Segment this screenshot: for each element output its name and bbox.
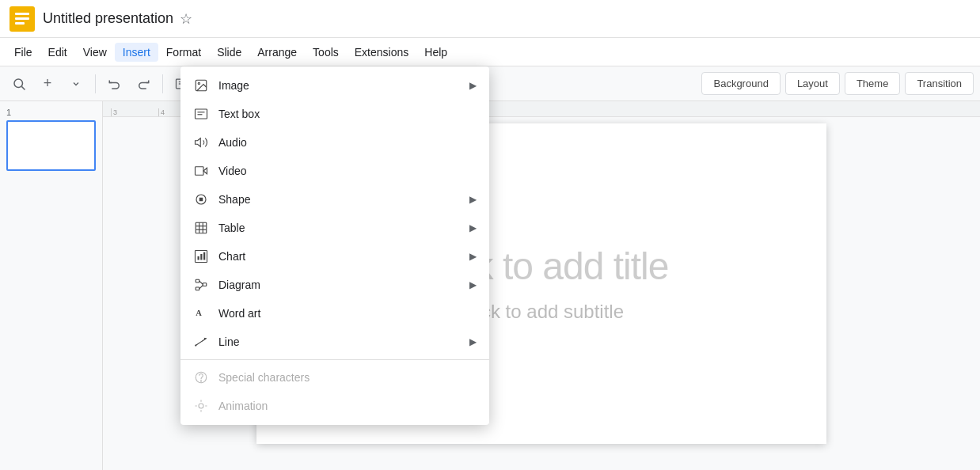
svg-line-31 — [199, 286, 203, 289]
shape-arrow-icon: ▶ — [469, 194, 477, 205]
insert-textbox-label: Text box — [218, 108, 477, 120]
line-icon — [193, 334, 209, 350]
svg-marker-14 — [196, 138, 201, 147]
slide-panel: 1 — [0, 101, 103, 470]
svg-rect-28 — [196, 287, 199, 290]
presentation-title[interactable]: Untitled presentation — [43, 10, 173, 27]
search-button[interactable] — [6, 71, 32, 97]
svg-point-38 — [199, 404, 203, 408]
background-button[interactable]: Background — [701, 72, 780, 95]
insert-menu-image[interactable]: Image ▶ — [180, 71, 489, 100]
undo-button[interactable] — [102, 71, 127, 97]
menu-extensions[interactable]: Extensions — [347, 43, 416, 62]
star-icon[interactable]: ☆ — [180, 10, 192, 28]
shape-icon — [193, 191, 209, 207]
svg-point-4 — [14, 79, 23, 88]
insert-chart-label: Chart — [218, 250, 469, 263]
menu-help[interactable]: Help — [416, 43, 455, 62]
svg-rect-27 — [196, 279, 199, 282]
line-arrow-icon: ▶ — [469, 336, 477, 347]
menu-slide[interactable]: Slide — [209, 43, 249, 62]
svg-rect-25 — [200, 254, 202, 260]
video-icon — [193, 163, 209, 179]
insert-menu-audio[interactable]: Audio — [180, 128, 489, 157]
insert-menu-special-chars[interactable]: Special characters — [180, 363, 489, 392]
svg-rect-3 — [15, 22, 25, 25]
insert-image-label: Image — [218, 79, 469, 92]
slide-number: 1 — [6, 108, 96, 117]
menu-insert[interactable]: Insert — [115, 43, 158, 62]
app-logo — [9, 6, 35, 32]
svg-point-37 — [200, 381, 201, 381]
menu-view[interactable]: View — [75, 43, 115, 62]
insert-special-chars-label: Special characters — [218, 371, 477, 384]
redo-icon — [136, 77, 150, 91]
menu-arrange[interactable]: Arrange — [249, 43, 305, 62]
chevron-down-icon — [71, 79, 81, 89]
menu-bar: File Edit View Insert Format Slide Arran… — [0, 38, 980, 66]
toolbar-right: Background Layout Theme Transition — [701, 72, 974, 95]
diagram-icon — [193, 277, 209, 293]
insert-dropdown-menu: Image ▶ Text box Audio — [180, 66, 489, 425]
insert-menu-line[interactable]: Line ▶ — [180, 328, 489, 356]
svg-line-5 — [21, 86, 25, 89]
image-icon — [193, 78, 209, 93]
ruler-mark-3: 3 — [111, 108, 158, 116]
svg-rect-2 — [15, 17, 29, 20]
diagram-arrow-icon: ▶ — [469, 279, 477, 290]
title-bar: Untitled presentation ☆ — [0, 0, 980, 38]
insert-menu-textbox[interactable]: Text box — [180, 100, 489, 128]
insert-line-label: Line — [218, 335, 469, 348]
menu-divider — [180, 359, 489, 360]
redo-button[interactable] — [131, 71, 156, 97]
insert-shape-label: Shape — [218, 193, 469, 206]
svg-marker-16 — [203, 168, 207, 174]
divider-1 — [95, 74, 96, 93]
svg-rect-26 — [203, 252, 205, 260]
insert-menu-shape[interactable]: Shape ▶ — [180, 185, 489, 214]
insert-menu-table[interactable]: Table ▶ — [180, 214, 489, 242]
special-chars-icon — [193, 370, 209, 385]
insert-wordart-label: Word art — [218, 307, 477, 320]
wordart-icon: A — [193, 305, 209, 321]
svg-line-30 — [199, 281, 203, 284]
image-arrow-icon: ▶ — [469, 80, 477, 91]
svg-rect-24 — [198, 256, 199, 260]
menu-format[interactable]: Format — [158, 43, 209, 62]
svg-rect-11 — [196, 109, 207, 119]
slide-thumbnail[interactable] — [6, 120, 96, 171]
insert-menu-animation[interactable]: Animation — [180, 392, 489, 420]
insert-menu-video[interactable]: Video — [180, 157, 489, 185]
chart-arrow-icon: ▶ — [469, 251, 477, 262]
menu-edit[interactable]: Edit — [40, 43, 75, 62]
zoom-add-button[interactable]: + — [35, 71, 60, 97]
audio-icon — [193, 135, 209, 150]
animation-icon — [193, 398, 209, 414]
svg-rect-18 — [196, 222, 207, 233]
insert-audio-label: Audio — [218, 136, 477, 149]
menu-tools[interactable]: Tools — [305, 43, 347, 62]
chart-icon — [193, 248, 209, 264]
insert-menu-wordart[interactable]: A Word art — [180, 299, 489, 328]
textbox-menu-icon — [193, 106, 209, 122]
zoom-dropdown[interactable] — [63, 71, 89, 97]
insert-diagram-label: Diagram — [218, 279, 469, 291]
svg-point-10 — [198, 82, 199, 84]
undo-icon — [108, 77, 122, 91]
insert-menu-diagram[interactable]: Diagram ▶ — [180, 271, 489, 299]
insert-video-label: Video — [218, 165, 477, 177]
layout-button[interactable]: Layout — [785, 72, 840, 95]
main-area: 1 3 4 5 6 7 8 Click to add title Click t… — [0, 101, 980, 470]
search-icon — [12, 77, 26, 91]
insert-animation-label: Animation — [218, 400, 477, 412]
menu-file[interactable]: File — [6, 43, 40, 62]
svg-rect-1 — [15, 13, 29, 15]
table-arrow-icon: ▶ — [469, 222, 477, 233]
insert-table-label: Table — [218, 222, 469, 234]
theme-button[interactable]: Theme — [845, 72, 900, 95]
svg-rect-29 — [203, 283, 207, 286]
transition-button[interactable]: Transition — [905, 72, 974, 95]
insert-menu-chart[interactable]: Chart ▶ — [180, 242, 489, 271]
svg-rect-15 — [196, 167, 204, 176]
svg-text:A: A — [196, 309, 202, 317]
